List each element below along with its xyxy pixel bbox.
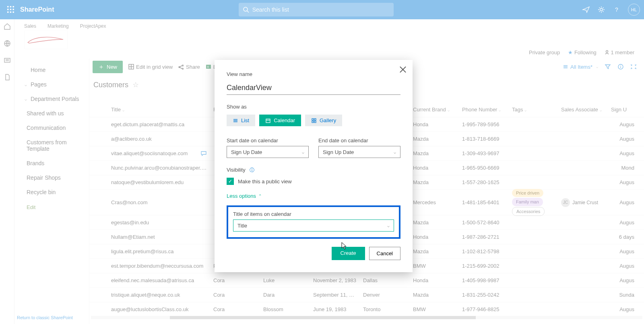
create-button[interactable]: Create xyxy=(332,247,365,260)
showas-gallery[interactable]: Gallery xyxy=(305,115,342,126)
svg-rect-39 xyxy=(312,119,314,120)
visibility-info-icon[interactable]: ⓘ xyxy=(250,167,254,173)
view-name-input[interactable] xyxy=(227,81,400,95)
showas-calendar[interactable]: Calendar xyxy=(259,115,301,126)
title-items-highlight: Title of items on calendar Title⌵ xyxy=(227,205,400,239)
svg-rect-41 xyxy=(312,121,314,123)
end-date-select[interactable]: Sign Up Date⌵ xyxy=(318,146,400,158)
showas-list[interactable]: List xyxy=(227,115,255,126)
title-items-select[interactable]: Title⌵ xyxy=(233,219,394,232)
create-view-dialog: View name Show as List Calendar Gallery … xyxy=(215,60,413,272)
public-view-checkbox[interactable]: ✓ Make this a public view xyxy=(227,178,400,185)
start-date-label: Start date on calendar xyxy=(227,137,309,144)
show-as-label: Show as xyxy=(227,104,400,110)
close-icon[interactable] xyxy=(399,66,407,74)
cancel-button[interactable]: Cancel xyxy=(369,247,400,260)
view-name-label: View name xyxy=(227,71,400,77)
svg-rect-42 xyxy=(314,121,316,123)
svg-rect-40 xyxy=(314,119,316,120)
less-options-toggle[interactable]: Less options⌃ xyxy=(227,193,400,199)
start-date-select[interactable]: Sign Up Date⌵ xyxy=(227,146,309,158)
svg-rect-37 xyxy=(266,119,270,123)
visibility-label: Visibility xyxy=(227,167,246,173)
checkmark-icon: ✓ xyxy=(227,178,234,185)
title-items-label: Title of items on calendar xyxy=(233,211,394,217)
end-date-label: End date on calendar xyxy=(318,137,400,144)
